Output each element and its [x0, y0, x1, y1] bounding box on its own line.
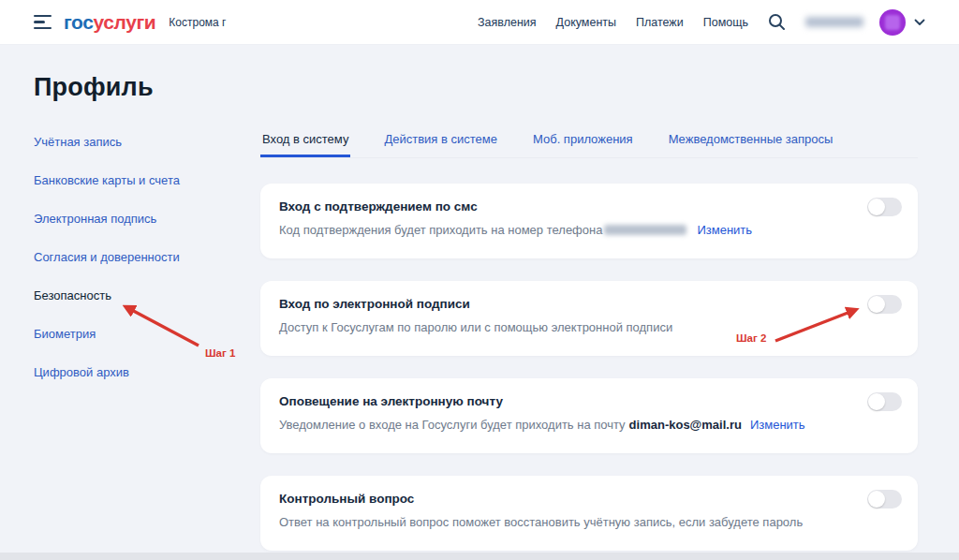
security-tabs: Вход в систему Действия в системе Моб. п…	[260, 130, 918, 158]
tab-mobile-apps[interactable]: Моб. приложения	[531, 130, 635, 157]
chevron-down-icon[interactable]	[914, 19, 925, 26]
toggle-knob	[868, 199, 885, 215]
card-esign-login: Вход по электронной подписи Доступ к Гос…	[260, 281, 918, 356]
header-right: Заявления Документы Платежи Помощь	[478, 9, 925, 36]
card-email-notification: Оповещение на электронную почту Уведомле…	[260, 378, 918, 453]
avatar[interactable]	[879, 9, 906, 36]
sidebar-item-digital-archive[interactable]: Цифровой архив	[34, 366, 180, 379]
sidebar-item-account[interactable]: Учётная запись	[34, 136, 180, 149]
avatar-initials-blurred	[885, 15, 900, 30]
logo-part-blue: гос	[64, 11, 94, 33]
email-value: diman-kos@mail.ru	[629, 418, 742, 432]
sidebar-item-biometrics[interactable]: Биометрия	[34, 328, 180, 341]
header: госуслуги Кострома г Заявления Документы…	[0, 0, 959, 45]
change-phone-link[interactable]: Изменить	[697, 223, 752, 237]
card-title: Оповещение на электронную почту	[279, 394, 899, 408]
page-title: Профиль	[34, 73, 154, 102]
region-selector[interactable]: Кострома г	[169, 16, 226, 29]
profile-sidebar: Учётная запись Банковские карты и счета …	[34, 136, 180, 405]
phone-number-blurred	[604, 225, 686, 235]
security-question-toggle[interactable]	[867, 490, 902, 508]
step1-label: Шаг 1	[205, 347, 235, 359]
sidebar-item-consents[interactable]: Согласия и доверенности	[34, 251, 180, 264]
tab-interagency-requests[interactable]: Межведомственные запросы	[667, 130, 835, 157]
card-description: Доступ к Госуслугам по паролю или с помо…	[279, 320, 899, 334]
card-description: Уведомление о входе на Госуслуги будет п…	[279, 418, 899, 432]
description-text: Код подтверждения будет приходить на ном…	[279, 223, 602, 237]
email-notification-toggle[interactable]	[867, 392, 902, 411]
tab-system-login[interactable]: Вход в систему	[260, 130, 350, 157]
nav-applications[interactable]: Заявления	[478, 16, 537, 29]
card-title: Контрольный вопрос	[279, 492, 899, 506]
header-left: госуслуги Кострома г	[34, 12, 227, 32]
username-blurred[interactable]	[805, 17, 863, 27]
sidebar-item-bank-cards[interactable]: Банковские карты и счета	[34, 174, 180, 187]
security-content: Вход в систему Действия в системе Моб. п…	[260, 130, 918, 551]
card-description: Код подтверждения будет приходить на ном…	[279, 223, 899, 237]
step2-label: Шаг 2	[736, 332, 766, 344]
card-title: Вход по электронной подписи	[279, 297, 899, 311]
toggle-knob	[868, 296, 885, 313]
esign-login-toggle[interactable]	[867, 295, 902, 314]
description-text: Уведомление о входе на Госуслуги будет п…	[279, 418, 626, 432]
nav-payments[interactable]: Платежи	[636, 16, 684, 29]
change-email-link[interactable]: Изменить	[750, 418, 805, 432]
bottom-edge-strip	[0, 553, 959, 560]
card-description: Ответ на контрольный вопрос поможет восс…	[279, 515, 899, 529]
logo-part-red: услуги	[94, 11, 156, 33]
sms-login-toggle[interactable]	[867, 198, 902, 216]
sidebar-item-esignature[interactable]: Электронная подпись	[34, 213, 180, 226]
toggle-knob	[868, 491, 885, 508]
gosuslugi-logo[interactable]: госуслуги	[64, 12, 155, 32]
toggle-knob	[868, 393, 885, 410]
sidebar-item-security[interactable]: Безопасность	[34, 289, 180, 302]
menu-icon[interactable]	[34, 15, 52, 30]
settings-cards: Вход с подтверждением по смс Код подтвер…	[260, 184, 918, 551]
search-icon[interactable]	[768, 13, 786, 31]
card-security-question: Контрольный вопрос Ответ на контрольный …	[260, 476, 918, 551]
card-sms-login: Вход с подтверждением по смс Код подтвер…	[260, 184, 918, 258]
card-title: Вход с подтверждением по смс	[279, 199, 899, 214]
tab-system-actions[interactable]: Действия в системе	[382, 130, 499, 157]
gosuslugi-profile-security-screen: госуслуги Кострома г Заявления Документы…	[0, 0, 959, 560]
nav-documents[interactable]: Документы	[556, 16, 616, 29]
nav-help[interactable]: Помощь	[703, 16, 748, 29]
